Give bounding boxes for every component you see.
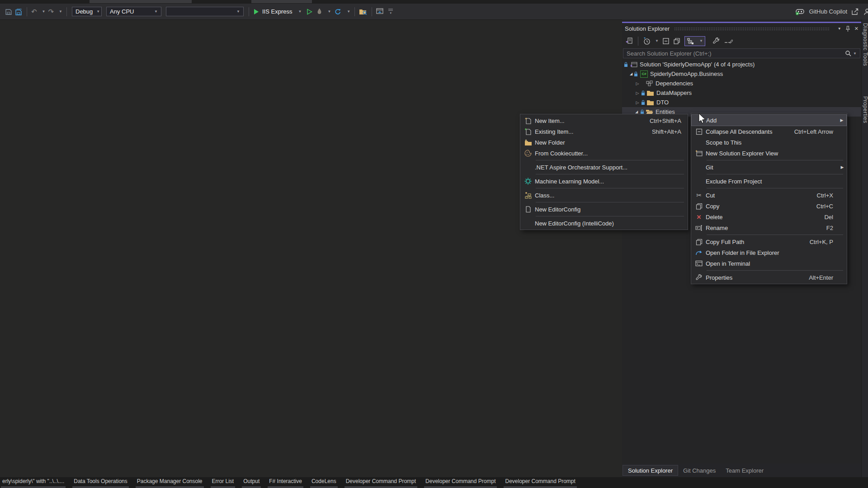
redo-dropdown-arrow[interactable]: ▼ — [59, 9, 62, 14]
pending-changes-filter-button[interactable]: ▼ — [643, 37, 659, 45]
tab-team-explorer[interactable]: Team Explorer — [721, 465, 769, 476]
restart-button[interactable]: ▼ — [334, 8, 350, 15]
views-dropdown-arrow[interactable]: ▼ — [699, 39, 703, 43]
overflow-lines-icon — [388, 9, 393, 11]
share-icon[interactable] — [851, 8, 859, 15]
close-button[interactable]: ✕ — [854, 26, 859, 32]
menu-item-copy[interactable]: Copy Ctrl+C — [691, 201, 847, 211]
titlebar-stub — [90, 0, 192, 3]
chevron-down-icon: ▼ — [96, 9, 100, 14]
find-in-files-button[interactable] — [359, 8, 368, 15]
search-icon — [845, 50, 851, 56]
lock-icon — [641, 90, 645, 96]
autohide-tab-output[interactable]: Output — [242, 477, 261, 488]
platform-dropdown[interactable]: Any CPU ▼ — [106, 7, 161, 16]
autohide-tab-error-list[interactable]: Error List — [211, 477, 236, 488]
new-window-button[interactable] — [376, 8, 384, 15]
save-button[interactable] — [5, 8, 12, 15]
pin-button[interactable] — [845, 26, 850, 32]
tab-solution-explorer[interactable]: Solution Explorer — [623, 465, 678, 476]
search-input[interactable]: Search Solution Explorer (Ctrl+;) ▼ — [623, 48, 860, 58]
side-tab-properties[interactable]: Properties — [862, 96, 868, 123]
menu-shortcut: F2 — [826, 225, 839, 231]
menu-item-from-cookiecutter[interactable]: From Cookiecutter... — [520, 148, 688, 159]
menu-item-git[interactable]: Git ▶ — [691, 162, 847, 173]
configuration-dropdown[interactable]: Debug ▼ — [72, 7, 102, 16]
menu-item-label: Add — [706, 117, 717, 124]
menu-item-collapse-all-descendants[interactable]: Collapse All Descendants Ctrl+Left Arrow — [691, 126, 847, 137]
filter-dropdown-arrow[interactable]: ▼ — [655, 39, 659, 43]
hot-reload-button[interactable]: ▼ — [316, 8, 331, 15]
menu-item-copy-full-path[interactable]: Copy Full Path Ctrl+K, P — [691, 236, 847, 247]
run-button[interactable]: IIS Express ▼ — [253, 8, 302, 15]
toolbar-options-button[interactable]: ▾ — [388, 9, 393, 15]
hot-reload-dropdown-arrow[interactable]: ▼ — [327, 9, 331, 14]
autohide-tab-command-prompt-path[interactable]: erly\spiderly\" with "..\..\.... — [1, 477, 66, 488]
menu-item-new-folder[interactable]: New Folder — [520, 137, 688, 148]
menu-item-aspire-orchestrator[interactable]: .NET Aspire Orchestrator Support... — [520, 162, 688, 173]
copilot-label[interactable]: GitHub Copilot — [809, 8, 847, 15]
github-copilot-icon[interactable] — [795, 8, 805, 15]
switch-views-button[interactable]: ▼ — [684, 36, 705, 46]
startup-item-dropdown[interactable]: ▼ — [166, 7, 244, 16]
autohide-tab-developer-command-prompt[interactable]: Developer Command Prompt — [424, 477, 497, 488]
restart-dropdown-arrow[interactable]: ▼ — [347, 9, 350, 14]
menu-item-label: Exclude From Project — [706, 178, 762, 185]
autohide-tab-fsharp-interactive[interactable]: F# Interactive — [268, 477, 303, 488]
menu-item-rename[interactable]: Rename F2 — [691, 222, 847, 233]
redo-button[interactable]: ↷ ▼ — [48, 8, 63, 16]
tree-label: DataMappers — [656, 89, 692, 96]
preview-selected-items-button[interactable] — [724, 38, 733, 44]
save-all-button[interactable] — [15, 8, 23, 15]
tree-row-solution[interactable]: Solution 'SpiderlyDemoApp' (4 of 4 proje… — [622, 60, 861, 69]
show-all-files-button[interactable] — [673, 38, 681, 45]
tree-row-dto[interactable]: ▷ DTO — [622, 98, 861, 107]
undo-dropdown-arrow[interactable]: ▼ — [42, 9, 46, 14]
menu-item-cut[interactable]: ✂ Cut Ctrl+X — [691, 190, 847, 201]
expander-collapsed-icon[interactable]: ▷ — [635, 100, 640, 105]
menu-item-open-folder-in-file-explorer[interactable]: Open Folder in File Explorer — [691, 247, 847, 258]
run-dropdown-arrow[interactable]: ▼ — [298, 9, 302, 14]
tree-row-datamappers[interactable]: ▷ DataMappers — [622, 88, 861, 98]
autohide-tab-package-manager-console[interactable]: Package Manager Console — [136, 477, 204, 488]
autohide-tab-data-tools-operations[interactable]: Data Tools Operations — [72, 477, 129, 488]
account-icon[interactable] — [863, 8, 868, 15]
expander-collapsed-icon[interactable]: ▷ — [635, 91, 640, 95]
menu-item-new-solution-explorer-view[interactable]: New Solution Explorer View — [691, 148, 847, 159]
menu-item-new-item[interactable]: New Item... Ctrl+Shift+A — [520, 115, 688, 126]
copy-path-icon — [692, 239, 706, 245]
collapse-all-button[interactable] — [662, 38, 670, 45]
start-without-debugging-button[interactable] — [307, 9, 312, 15]
properties-button[interactable] — [712, 38, 720, 45]
expander-collapsed-icon[interactable]: ▷ — [635, 81, 640, 86]
menu-item-existing-item[interactable]: Existing Item... Shift+Alt+A — [520, 126, 688, 137]
sync-with-active-document-button[interactable] — [625, 37, 633, 45]
panel-drag-texture[interactable] — [674, 27, 829, 31]
window-position-button[interactable]: ▼ — [838, 27, 841, 31]
menu-item-new-editorconfig-intellicode[interactable]: New EditorConfig (IntelliCode) — [520, 218, 688, 229]
autohide-side-strip: Diagnostic Tools Properties — [861, 19, 868, 488]
menu-item-properties[interactable]: Properties Alt+Enter — [691, 272, 847, 283]
menu-item-scope-to-this[interactable]: Scope to This — [691, 137, 847, 148]
undo-button[interactable]: ↶ ▼ — [31, 8, 46, 16]
expander-expanded-icon[interactable]: ◢ — [634, 110, 639, 114]
autohide-tab-developer-command-prompt[interactable]: Developer Command Prompt — [504, 477, 576, 488]
search-options-arrow[interactable]: ▼ — [853, 52, 857, 56]
menu-item-class[interactable]: Class... — [520, 190, 688, 201]
menu-item-machine-learning-model[interactable]: Machine Learning Model... — [520, 176, 688, 187]
menu-item-new-editorconfig[interactable]: New EditorConfig — [520, 204, 688, 215]
menu-shortcut: Ctrl+Shift+A — [650, 117, 687, 124]
autohide-tab-codelens[interactable]: CodeLens — [310, 477, 338, 488]
menu-item-delete[interactable]: ✕ Delete Del — [691, 211, 847, 222]
tree-row-project[interactable]: ◢ C# SpiderlyDemoApp.Business — [622, 69, 861, 79]
menu-item-open-in-terminal[interactable]: Open in Terminal — [691, 258, 847, 269]
expander-expanded-icon[interactable]: ◢ — [628, 72, 634, 76]
tab-git-changes[interactable]: Git Changes — [678, 465, 721, 476]
side-tab-diagnostic-tools[interactable]: Diagnostic Tools — [862, 23, 868, 66]
menu-item-add[interactable]: Add ▶ — [691, 114, 847, 126]
autohide-tab-developer-command-prompt[interactable]: Developer Command Prompt — [344, 477, 417, 488]
menu-item-label: Properties — [706, 274, 732, 281]
tree-row-dependencies[interactable]: ▷ Dependencies — [622, 79, 861, 88]
pin-icon — [845, 26, 850, 32]
menu-item-exclude-from-project[interactable]: Exclude From Project — [691, 176, 847, 187]
